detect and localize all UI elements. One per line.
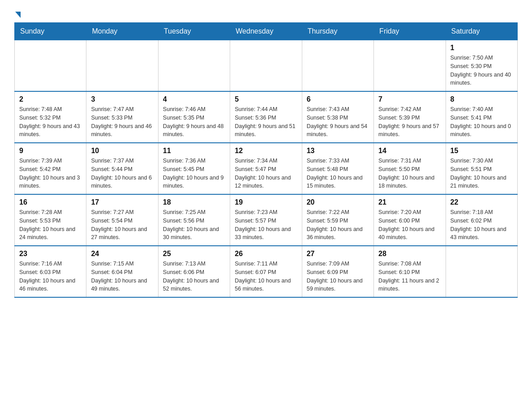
day-number: 21 — [378, 198, 441, 206]
day-info: Sunrise: 7:22 AMSunset: 5:59 PMDaylight:… — [307, 208, 369, 242]
day-number: 23 — [19, 250, 82, 258]
day-info: Sunrise: 7:39 AMSunset: 5:42 PMDaylight:… — [19, 157, 82, 190]
calendar-cell: 21Sunrise: 7:20 AMSunset: 6:00 PMDayligh… — [374, 194, 446, 246]
day-number: 16 — [19, 198, 82, 206]
day-number: 1 — [450, 44, 513, 52]
logo — [14, 11, 21, 17]
day-info: Sunrise: 7:36 AMSunset: 5:45 PMDaylight:… — [163, 157, 225, 190]
calendar-cell: 7Sunrise: 7:42 AMSunset: 5:39 PMDaylight… — [374, 91, 446, 143]
day-number: 3 — [91, 95, 153, 103]
page-header — [14, 11, 518, 17]
calendar-week-row: 23Sunrise: 7:16 AMSunset: 6:03 PMDayligh… — [15, 246, 518, 297]
calendar-cell: 15Sunrise: 7:30 AMSunset: 5:51 PMDayligh… — [446, 143, 517, 194]
calendar-cell — [158, 40, 230, 92]
calendar-cell: 14Sunrise: 7:31 AMSunset: 5:50 PMDayligh… — [374, 143, 446, 194]
day-info: Sunrise: 7:16 AMSunset: 6:03 PMDaylight:… — [19, 260, 82, 293]
calendar-cell — [302, 40, 373, 92]
day-info: Sunrise: 7:40 AMSunset: 5:41 PMDaylight:… — [450, 105, 513, 139]
day-number: 28 — [378, 250, 441, 258]
calendar-week-row: 1Sunrise: 7:50 AMSunset: 5:30 PMDaylight… — [15, 40, 518, 92]
calendar-cell: 16Sunrise: 7:28 AMSunset: 5:53 PMDayligh… — [15, 194, 86, 246]
calendar-cell: 12Sunrise: 7:34 AMSunset: 5:47 PMDayligh… — [230, 143, 302, 194]
day-info: Sunrise: 7:08 AMSunset: 6:10 PMDaylight:… — [378, 260, 441, 293]
day-info: Sunrise: 7:18 AMSunset: 6:02 PMDaylight:… — [450, 208, 513, 242]
calendar-cell — [15, 40, 86, 92]
calendar-cell: 28Sunrise: 7:08 AMSunset: 6:10 PMDayligh… — [374, 246, 446, 297]
calendar-header-row: SundayMondayTuesdayWednesdayThursdayFrid… — [15, 23, 518, 40]
day-info: Sunrise: 7:31 AMSunset: 5:50 PMDaylight:… — [378, 157, 441, 190]
day-info: Sunrise: 7:20 AMSunset: 6:00 PMDaylight:… — [378, 208, 441, 242]
day-info: Sunrise: 7:33 AMSunset: 5:48 PMDaylight:… — [307, 157, 369, 190]
day-info: Sunrise: 7:44 AMSunset: 5:36 PMDaylight:… — [235, 105, 297, 139]
calendar-cell: 9Sunrise: 7:39 AMSunset: 5:42 PMDaylight… — [15, 143, 86, 194]
day-number: 22 — [450, 198, 513, 206]
day-number: 27 — [307, 250, 369, 258]
calendar-cell: 8Sunrise: 7:40 AMSunset: 5:41 PMDaylight… — [446, 91, 517, 143]
day-info: Sunrise: 7:25 AMSunset: 5:56 PMDaylight:… — [163, 208, 225, 242]
day-info: Sunrise: 7:34 AMSunset: 5:47 PMDaylight:… — [235, 157, 297, 190]
day-number: 18 — [163, 198, 225, 206]
day-number: 14 — [378, 147, 441, 155]
calendar-cell: 19Sunrise: 7:23 AMSunset: 5:57 PMDayligh… — [230, 194, 302, 246]
calendar-cell: 22Sunrise: 7:18 AMSunset: 6:02 PMDayligh… — [446, 194, 517, 246]
day-info: Sunrise: 7:13 AMSunset: 6:06 PMDaylight:… — [163, 260, 225, 293]
day-number: 26 — [235, 250, 297, 258]
calendar-cell: 23Sunrise: 7:16 AMSunset: 6:03 PMDayligh… — [15, 246, 86, 297]
calendar-cell: 1Sunrise: 7:50 AMSunset: 5:30 PMDaylight… — [446, 40, 517, 92]
calendar-table: SundayMondayTuesdayWednesdayThursdayFrid… — [14, 22, 518, 298]
day-info: Sunrise: 7:09 AMSunset: 6:09 PMDaylight:… — [307, 260, 369, 293]
logo-arrow-icon — [15, 12, 21, 18]
calendar-cell: 5Sunrise: 7:44 AMSunset: 5:36 PMDaylight… — [230, 91, 302, 143]
calendar-cell — [86, 40, 158, 92]
calendar-cell: 18Sunrise: 7:25 AMSunset: 5:56 PMDayligh… — [158, 194, 230, 246]
calendar-cell: 6Sunrise: 7:43 AMSunset: 5:38 PMDaylight… — [302, 91, 373, 143]
calendar-week-row: 9Sunrise: 7:39 AMSunset: 5:42 PMDaylight… — [15, 143, 518, 194]
calendar-cell: 2Sunrise: 7:48 AMSunset: 5:32 PMDaylight… — [15, 91, 86, 143]
day-number: 25 — [163, 250, 225, 258]
day-info: Sunrise: 7:47 AMSunset: 5:33 PMDaylight:… — [91, 105, 153, 139]
day-info: Sunrise: 7:50 AMSunset: 5:30 PMDaylight:… — [450, 54, 513, 87]
weekday-header-friday: Friday — [374, 23, 446, 40]
day-info: Sunrise: 7:23 AMSunset: 5:57 PMDaylight:… — [235, 208, 297, 242]
calendar-cell: 10Sunrise: 7:37 AMSunset: 5:44 PMDayligh… — [86, 143, 158, 194]
calendar-cell: 25Sunrise: 7:13 AMSunset: 6:06 PMDayligh… — [158, 246, 230, 297]
day-number: 5 — [235, 95, 297, 103]
day-number: 24 — [91, 250, 153, 258]
day-number: 2 — [19, 95, 82, 103]
weekday-header-tuesday: Tuesday — [158, 23, 230, 40]
day-number: 11 — [163, 147, 225, 155]
day-info: Sunrise: 7:15 AMSunset: 6:04 PMDaylight:… — [91, 260, 153, 293]
day-number: 19 — [235, 198, 297, 206]
day-info: Sunrise: 7:27 AMSunset: 5:54 PMDaylight:… — [91, 208, 153, 242]
weekday-header-sunday: Sunday — [15, 23, 86, 40]
day-number: 8 — [450, 95, 513, 103]
calendar-cell: 20Sunrise: 7:22 AMSunset: 5:59 PMDayligh… — [302, 194, 373, 246]
weekday-header-thursday: Thursday — [302, 23, 373, 40]
calendar-week-row: 16Sunrise: 7:28 AMSunset: 5:53 PMDayligh… — [15, 194, 518, 246]
calendar-cell: 26Sunrise: 7:11 AMSunset: 6:07 PMDayligh… — [230, 246, 302, 297]
day-info: Sunrise: 7:11 AMSunset: 6:07 PMDaylight:… — [235, 260, 297, 293]
calendar-cell: 27Sunrise: 7:09 AMSunset: 6:09 PMDayligh… — [302, 246, 373, 297]
day-number: 15 — [450, 147, 513, 155]
calendar-cell: 11Sunrise: 7:36 AMSunset: 5:45 PMDayligh… — [158, 143, 230, 194]
day-number: 10 — [91, 147, 153, 155]
calendar-cell — [230, 40, 302, 92]
calendar-cell: 4Sunrise: 7:46 AMSunset: 5:35 PMDaylight… — [158, 91, 230, 143]
weekday-header-wednesday: Wednesday — [230, 23, 302, 40]
weekday-header-saturday: Saturday — [446, 23, 517, 40]
day-info: Sunrise: 7:37 AMSunset: 5:44 PMDaylight:… — [91, 157, 153, 190]
day-info: Sunrise: 7:30 AMSunset: 5:51 PMDaylight:… — [450, 157, 513, 190]
weekday-header-monday: Monday — [86, 23, 158, 40]
day-info: Sunrise: 7:28 AMSunset: 5:53 PMDaylight:… — [19, 208, 82, 242]
calendar-cell: 13Sunrise: 7:33 AMSunset: 5:48 PMDayligh… — [302, 143, 373, 194]
day-info: Sunrise: 7:43 AMSunset: 5:38 PMDaylight:… — [307, 105, 369, 139]
calendar-cell: 17Sunrise: 7:27 AMSunset: 5:54 PMDayligh… — [86, 194, 158, 246]
calendar-cell: 24Sunrise: 7:15 AMSunset: 6:04 PMDayligh… — [86, 246, 158, 297]
day-number: 6 — [307, 95, 369, 103]
day-info: Sunrise: 7:48 AMSunset: 5:32 PMDaylight:… — [19, 105, 82, 139]
day-number: 20 — [307, 198, 369, 206]
calendar-week-row: 2Sunrise: 7:48 AMSunset: 5:32 PMDaylight… — [15, 91, 518, 143]
day-number: 17 — [91, 198, 153, 206]
day-info: Sunrise: 7:46 AMSunset: 5:35 PMDaylight:… — [163, 105, 225, 139]
day-number: 12 — [235, 147, 297, 155]
